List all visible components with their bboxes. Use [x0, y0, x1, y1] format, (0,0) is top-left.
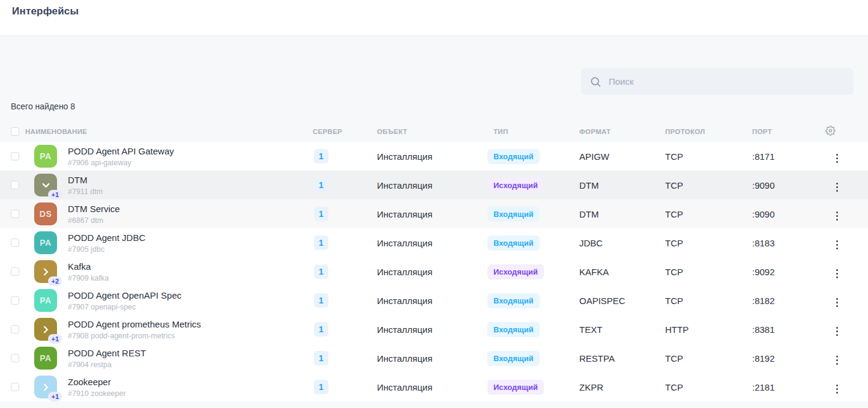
format-cell: APIGW [579, 151, 665, 162]
type-badge: Входящий [487, 351, 540, 366]
expand-avatar[interactable]: +1 [34, 318, 57, 341]
format-cell: KAFKA [579, 267, 665, 277]
server-count-badge[interactable]: 1 [314, 207, 328, 221]
interface-id: #7907 openapi-spec [68, 303, 181, 311]
row-checkbox-cell [0, 267, 25, 276]
row-checkbox-cell [0, 181, 25, 189]
linked-count-badge: +1 [48, 334, 62, 344]
avatar: PA [34, 347, 57, 370]
table-row[interactable]: +1PODD Agent prometheus Metrics#7908 pod… [0, 315, 868, 344]
table-row[interactable]: +1DTM#7911 dtm1ИнсталляцияИсходящийDTMTC… [0, 171, 868, 199]
page-title: Интерфейсы [12, 5, 79, 17]
table-row[interactable]: PAPODD Agent JDBC#7905 jdbc1ИнсталляцияВ… [0, 228, 868, 257]
row-checkbox[interactable] [11, 152, 19, 160]
row-menu-icon[interactable] [833, 353, 842, 367]
row-checkbox[interactable] [11, 354, 19, 362]
server-cell: 1 [313, 207, 377, 221]
row-checkbox[interactable] [11, 325, 19, 333]
row-checkbox[interactable] [11, 210, 19, 218]
row-checkbox[interactable] [11, 239, 19, 247]
row-menu-icon[interactable] [833, 296, 842, 309]
row-checkbox[interactable] [11, 181, 19, 189]
object-cell: Инсталляция [377, 296, 493, 306]
row-menu-icon[interactable] [833, 267, 842, 281]
search-input[interactable] [609, 76, 845, 87]
interface-name-cell: PAPODD Agent JDBC#7905 jdbc [25, 231, 313, 254]
type-badge: Входящий [487, 322, 540, 337]
row-checkbox-cell [0, 152, 25, 160]
search-icon [589, 76, 601, 88]
interface-name-text: PODD Agent OpenAPI Spec#7907 openapi-spe… [68, 290, 181, 311]
app: Интерфейсы Всего найдено 8 НАИМЕНОВАНИЕ … [0, 0, 868, 408]
table-settings-icon[interactable] [825, 126, 836, 136]
expand-avatar[interactable]: +1 [34, 376, 57, 398]
row-menu-icon[interactable] [833, 151, 842, 165]
column-header-server[interactable]: СЕРВЕР [313, 128, 377, 135]
server-count-badge[interactable]: 1 [314, 293, 328, 308]
chevron-right-icon [40, 382, 52, 393]
table-row[interactable]: +1Zookeeper#7910 zookeeper1ИнсталляцияИс… [0, 373, 868, 401]
interface-id: #7904 restpa [68, 361, 146, 369]
protocol-cell: TCP [665, 209, 752, 219]
row-menu-icon[interactable] [833, 209, 842, 223]
select-all-checkbox[interactable] [11, 127, 19, 136]
format-cell: ZKPR [579, 382, 665, 392]
column-header-name[interactable]: НАИМЕНОВАНИЕ [25, 128, 313, 135]
avatar: PA [34, 145, 57, 168]
port-cell: :9090 [752, 180, 815, 190]
interface-name: DTM [68, 175, 103, 185]
row-actions-cell [815, 234, 868, 252]
server-count-badge[interactable]: 1 [314, 264, 328, 279]
format-cell: DTM [579, 209, 665, 219]
object-cell: Инсталляция [377, 209, 493, 219]
server-count-badge[interactable]: 1 [314, 380, 328, 394]
interface-name: PODD Agent API Gateway [68, 146, 174, 156]
port-cell: :2181 [752, 382, 815, 392]
server-cell: 1 [313, 380, 377, 394]
interfaces-table: НАИМЕНОВАНИЕ СЕРВЕР ОБЪЕКТ ТИП ФОРМАТ ПР… [0, 121, 868, 401]
row-menu-icon[interactable] [833, 324, 842, 338]
search-box[interactable] [581, 68, 854, 95]
table-row[interactable]: PAPODD Agent OpenAPI Spec#7907 openapi-s… [0, 286, 868, 315]
row-menu-icon[interactable] [833, 382, 842, 396]
column-header-format[interactable]: ФОРМАТ [579, 128, 665, 135]
avatar-initials: PA [40, 238, 51, 248]
server-count-badge[interactable]: 1 [314, 351, 328, 365]
avatar: DS [34, 202, 57, 225]
row-checkbox[interactable] [11, 296, 19, 305]
server-cell: 1 [313, 236, 377, 250]
row-checkbox[interactable] [11, 383, 19, 391]
object-cell: Инсталляция [377, 353, 493, 364]
row-menu-icon[interactable] [833, 180, 842, 194]
server-count-badge[interactable]: 1 [314, 236, 328, 250]
port-cell: :8171 [752, 151, 815, 162]
server-count-badge[interactable]: 1 [314, 322, 328, 336]
table-row[interactable]: PAPODD Agent API Gateway#7906 api-gatewa… [0, 142, 868, 171]
table-row[interactable]: PAPODD Agent REST#7904 restpa1Инсталляци… [0, 344, 868, 373]
interface-id: #7909 kafka [68, 274, 109, 282]
avatar-initials: PA [40, 296, 51, 305]
table-row[interactable]: DSDTM Service#6867 dtm1ИнсталляцияВходящ… [0, 199, 868, 228]
row-menu-icon[interactable] [833, 238, 842, 252]
interface-name: PODD Agent prometheus Metrics [68, 319, 201, 329]
expand-avatar[interactable]: +1 [34, 174, 57, 196]
column-header-object[interactable]: ОБЪЕКТ [377, 128, 493, 135]
interface-name: DTM Service [68, 204, 120, 214]
column-header-protocol[interactable]: ПРОТОКОЛ [665, 128, 752, 135]
table-row[interactable]: +2Kafka#7909 kafka1ИнсталляцияИсходящийK… [0, 257, 868, 286]
protocol-cell: TCP [665, 151, 752, 162]
expand-avatar[interactable]: +2 [34, 260, 57, 283]
interface-name-text: PODD Agent API Gateway#7906 api-gateway [68, 146, 174, 167]
column-header-type[interactable]: ТИП [493, 128, 579, 135]
server-count-badge[interactable]: 1 [314, 149, 328, 163]
interface-name: PODD Agent REST [68, 348, 146, 358]
column-header-port[interactable]: ПОРТ [752, 128, 815, 135]
type-badge: Входящий [487, 207, 540, 222]
object-cell: Инсталляция [377, 180, 493, 190]
format-cell: OAPISPEC [579, 296, 665, 306]
row-checkbox[interactable] [11, 267, 19, 276]
server-count-badge[interactable]: 1 [314, 178, 328, 192]
type-badge: Входящий [487, 149, 540, 164]
server-cell: 1 [313, 351, 377, 365]
type-cell: Входящий [493, 322, 579, 337]
